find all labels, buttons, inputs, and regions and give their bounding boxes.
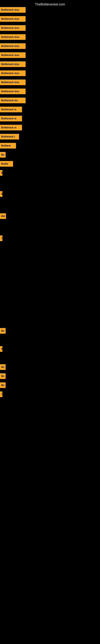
bottleneck-item-3[interactable]: Bottleneck resu — [0, 25, 26, 31]
bottleneck-item-23[interactable]: Bo — [0, 328, 6, 334]
bottleneck-item-1[interactable]: Bottleneck resu — [0, 7, 26, 13]
bottleneck-item-14[interactable]: Bottleneck re — [0, 125, 22, 130]
bottleneck-item-15[interactable]: Bottleneck r — [0, 134, 19, 140]
bottleneck-item-18[interactable]: Bottle — [0, 161, 13, 167]
bottleneck-item-4[interactable]: Bottleneck resu — [0, 34, 26, 40]
bottleneck-item-13[interactable]: Bottleneck re — [0, 116, 22, 121]
bottleneck-item-17[interactable]: Bo — [0, 152, 6, 158]
bottleneck-item-12[interactable]: Bottleneck re — [0, 107, 22, 112]
bottleneck-item-16[interactable]: Bottlene — [0, 143, 16, 148]
bottleneck-item-28[interactable]: l — [0, 392, 2, 397]
bottleneck-item-26[interactable]: Bo — [0, 373, 6, 379]
bottleneck-item-22[interactable]: l — [0, 236, 2, 241]
bottleneck-item-11[interactable]: Bottleneck res — [0, 98, 26, 103]
bottleneck-item-9[interactable]: Bottleneck resu — [0, 80, 26, 85]
bottleneck-item-10[interactable]: Bottleneck resu — [0, 88, 26, 94]
bottleneck-item-21[interactable]: Bot — [0, 213, 6, 219]
bottleneck-item-6[interactable]: Bottleneck resu — [0, 52, 26, 58]
bottleneck-item-24[interactable]: B — [0, 346, 2, 352]
bottleneck-item-5[interactable]: Bottleneck resu — [0, 43, 26, 49]
bottleneck-item-2[interactable]: Bottleneck resu — [0, 16, 26, 22]
bottleneck-item-7[interactable]: Bottleneck resu — [0, 62, 26, 67]
bottleneck-item-20[interactable]: B — [0, 191, 2, 197]
bottleneck-item-8[interactable]: Bottleneck resu — [0, 70, 26, 76]
bottleneck-item-27[interactable]: Bo — [0, 382, 6, 388]
site-title: TheBottlenecker.com — [0, 1, 100, 8]
bottleneck-item-25[interactable]: Bo — [0, 364, 6, 370]
bottleneck-item-19[interactable]: B — [0, 170, 2, 176]
